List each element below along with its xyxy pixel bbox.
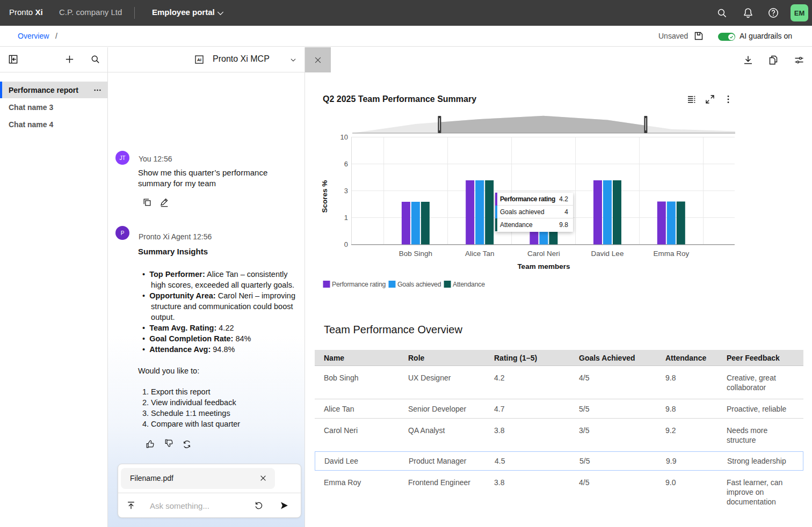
svg-text:Team members: Team members	[517, 262, 570, 270]
svg-text:Scores %: Scores %	[321, 180, 329, 213]
svg-text:Emma Roy: Emma Roy	[653, 250, 689, 258]
svg-text:0: 0	[344, 240, 348, 248]
svg-text:Bob Singh: Bob Singh	[399, 250, 432, 258]
svg-text:1: 1	[344, 214, 348, 222]
svg-text:Attendance: Attendance	[453, 281, 485, 288]
svg-text:6: 6	[344, 160, 348, 168]
svg-text:3: 3	[344, 187, 348, 195]
svg-text:Goals achieved: Goals achieved	[397, 281, 441, 288]
svg-text:Performance rating: Performance rating	[332, 281, 386, 288]
svg-text:Alice Tan: Alice Tan	[465, 250, 495, 258]
svg-text:Carol Neri: Carol Neri	[527, 250, 560, 258]
svg-text:David Lee: David Lee	[591, 250, 624, 258]
svg-text:AI: AI	[197, 57, 201, 62]
svg-text:10: 10	[340, 133, 348, 141]
